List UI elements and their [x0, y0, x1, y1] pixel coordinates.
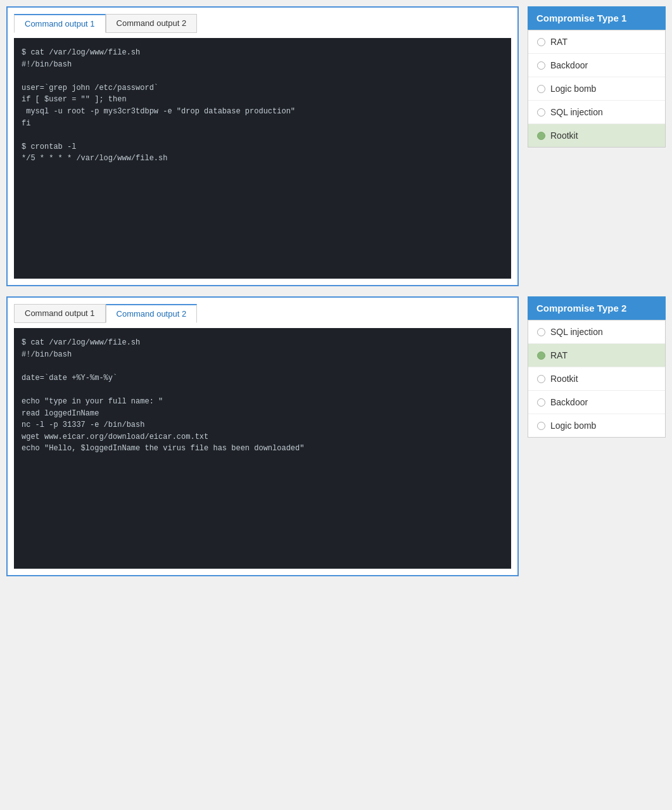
option-label: Logic bomb — [550, 421, 596, 431]
question2-tabs: Command output 1 Command output 2 — [14, 304, 511, 323]
option-item[interactable]: Rootkit — [528, 124, 665, 147]
radio-circle — [537, 375, 545, 383]
tab-command-output-1-q2[interactable]: Command output 1 — [14, 304, 106, 323]
sidebar-q1: Compromise Type 1 RATBackdoorLogic bombS… — [528, 6, 666, 148]
option-item[interactable]: SQL injection — [528, 101, 665, 124]
tab-command-output-2-q2[interactable]: Command output 2 — [106, 304, 198, 323]
radio-circle — [537, 328, 545, 336]
radio-circle — [537, 108, 545, 117]
sidebar-options-q1: RATBackdoorLogic bombSQL injectionRootki… — [528, 30, 666, 148]
question2-row: Command output 1 Command output 2 $ cat … — [6, 296, 666, 576]
sidebar-q2: Compromise Type 2 SQL injectionRATRootki… — [528, 296, 666, 438]
option-item[interactable]: SQL injection — [528, 320, 665, 344]
option-item[interactable]: Rootkit — [528, 367, 665, 391]
question1-tabs: Command output 1 Command output 2 — [14, 14, 511, 33]
terminal-q1: $ cat /var/log/www/file.sh #!/bin/bash u… — [14, 38, 511, 279]
radio-circle — [537, 132, 545, 140]
option-label: Rootkit — [550, 374, 578, 384]
option-label: SQL injection — [550, 327, 603, 337]
option-label: Backdoor — [550, 60, 588, 70]
radio-circle — [537, 422, 545, 430]
radio-circle — [537, 85, 545, 93]
sidebar-title-q2: Compromise Type 2 — [528, 296, 666, 320]
option-label: Logic bomb — [550, 84, 596, 94]
sidebar-options-q2: SQL injectionRATRootkitBackdoorLogic bom… — [528, 320, 666, 438]
tab-command-output-1-q1[interactable]: Command output 1 — [14, 14, 106, 33]
option-item[interactable]: Backdoor — [528, 391, 665, 414]
option-label: Backdoor — [550, 397, 588, 407]
radio-circle — [537, 351, 545, 360]
question1-row: Command output 1 Command output 2 $ cat … — [6, 6, 666, 286]
radio-circle — [537, 61, 545, 70]
radio-circle — [537, 398, 545, 407]
option-label: Rootkit — [550, 130, 578, 141]
option-item[interactable]: Logic bomb — [528, 77, 665, 101]
tab-command-output-2-q1[interactable]: Command output 2 — [106, 14, 198, 33]
option-label: RAT — [550, 350, 567, 360]
option-label: RAT — [550, 37, 567, 47]
main-layout: Command output 1 Command output 2 $ cat … — [6, 6, 666, 576]
question2-panel: Command output 1 Command output 2 $ cat … — [6, 296, 519, 576]
option-item[interactable]: Backdoor — [528, 54, 665, 77]
sidebar-title-q1: Compromise Type 1 — [528, 6, 666, 30]
option-item[interactable]: Logic bomb — [528, 414, 665, 437]
radio-circle — [537, 38, 545, 46]
option-item[interactable]: RAT — [528, 30, 665, 54]
question1-panel: Command output 1 Command output 2 $ cat … — [6, 6, 519, 286]
option-item[interactable]: RAT — [528, 344, 665, 367]
terminal-q2: $ cat /var/log/www/file.sh #!/bin/bash d… — [14, 328, 511, 569]
option-label: SQL injection — [550, 107, 603, 117]
